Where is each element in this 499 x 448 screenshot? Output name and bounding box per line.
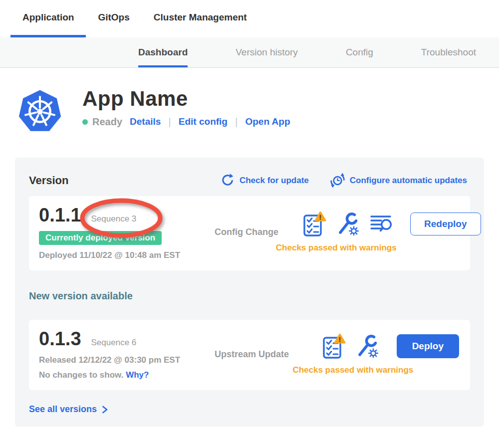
wrench-gear-icon[interactable] bbox=[356, 335, 379, 358]
available-version-number: 0.1.3 bbox=[39, 328, 81, 350]
current-version-source: Config Change bbox=[215, 227, 303, 237]
tab-config[interactable]: Config bbox=[346, 37, 373, 67]
open-app-link[interactable]: Open App bbox=[245, 116, 290, 127]
checklist-icon[interactable] bbox=[323, 334, 346, 359]
current-checks-status: Checks passed with warnings bbox=[276, 243, 397, 253]
current-version-number: 0.1.1 bbox=[39, 205, 81, 226]
check-for-update-label: Check for update bbox=[240, 176, 309, 186]
configure-automatic-updates-link[interactable]: Configure automatic updates bbox=[330, 173, 467, 188]
available-version-sequence: Sequence 6 bbox=[91, 338, 137, 348]
clock-refresh-icon bbox=[330, 173, 345, 188]
app-status-row: Ready Details | Edit config | Open App bbox=[82, 116, 290, 128]
why-link[interactable]: Why? bbox=[126, 370, 149, 380]
current-version-card: 0.1.1 Sequence 3 Currently deployed vers… bbox=[29, 196, 470, 270]
deployed-timestamp: Deployed 11/10/22 @ 10:48 am EST bbox=[39, 250, 215, 260]
see-all-versions-link[interactable]: See all versions bbox=[29, 404, 108, 415]
wrench-gear-icon[interactable] bbox=[337, 213, 360, 235]
tab-dashboard[interactable]: Dashboard bbox=[138, 37, 188, 67]
details-link[interactable]: Details bbox=[130, 116, 161, 127]
status-label: Ready bbox=[92, 116, 122, 128]
available-checks-status: Checks passed with warnings bbox=[292, 365, 413, 375]
chevron-right-icon bbox=[102, 406, 108, 414]
checklist-icon[interactable] bbox=[303, 212, 326, 236]
edit-config-link[interactable]: Edit config bbox=[179, 116, 228, 127]
version-panel: Version Check for update Configure bbox=[15, 158, 484, 427]
deploy-button[interactable]: Deploy bbox=[397, 334, 459, 358]
tab-version-history[interactable]: Version history bbox=[236, 37, 298, 67]
status-badge: Ready bbox=[82, 116, 122, 128]
app-header: App Name Ready Details | Edit config | O… bbox=[17, 87, 499, 135]
tab-cluster-management[interactable]: Cluster Management bbox=[142, 0, 259, 37]
green-dot-icon bbox=[82, 119, 88, 125]
page-title: App Name bbox=[82, 88, 290, 110]
divider: | bbox=[168, 116, 171, 128]
kubernetes-logo bbox=[17, 87, 62, 135]
released-timestamp: Released 12/12/22 @ 03:30 pm EST bbox=[39, 355, 215, 365]
divider: | bbox=[235, 116, 238, 128]
refresh-icon bbox=[220, 173, 235, 188]
app-sub-nav: Dashboard Version history Config Trouble… bbox=[0, 37, 499, 68]
redeploy-button[interactable]: Redeploy bbox=[410, 213, 481, 235]
tab-application[interactable]: Application bbox=[10, 0, 86, 37]
no-changes-text: No changes to show. bbox=[39, 370, 123, 380]
tab-troubleshoot[interactable]: Troubleshoot bbox=[421, 37, 476, 67]
currently-deployed-badge: Currently deployed version bbox=[39, 231, 162, 245]
main-nav: Application GitOps Cluster Management bbox=[0, 0, 499, 37]
list-search-icon[interactable] bbox=[370, 214, 393, 234]
check-for-update-link[interactable]: Check for update bbox=[220, 173, 309, 188]
version-heading: Version bbox=[29, 174, 68, 187]
new-version-heading: New version available bbox=[29, 290, 470, 302]
see-all-versions-label: See all versions bbox=[29, 404, 97, 415]
no-changes-line: No changes to show. Why? bbox=[39, 370, 215, 380]
available-version-card: 0.1.3 Sequence 6 Released 12/12/22 @ 03:… bbox=[29, 320, 470, 391]
configure-automatic-updates-label: Configure automatic updates bbox=[350, 176, 467, 186]
available-version-source: Upstream Update bbox=[215, 349, 303, 360]
current-version-sequence: Sequence 3 bbox=[91, 214, 137, 224]
tab-gitops[interactable]: GitOps bbox=[86, 0, 141, 37]
